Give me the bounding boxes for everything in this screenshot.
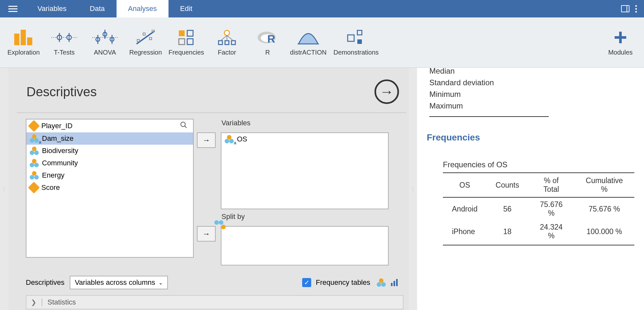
ribbon-factor[interactable]: Factor: [207, 20, 247, 65]
panel-title: Descriptives: [26, 85, 97, 99]
search-icon[interactable]: [180, 121, 190, 130]
nominal-icon: [30, 159, 39, 167]
stat-min: Minimum: [427, 88, 634, 100]
col-counts: Counts: [486, 173, 528, 197]
var-name: Player_ID: [41, 122, 73, 130]
ruler-icon: [28, 120, 40, 132]
select-value: Variables across columns: [75, 278, 155, 287]
table-row: iPhone 18 24.324 % 100.000 %: [443, 220, 634, 245]
results-pane: Median Standard deviation Minimum Maximu…: [417, 68, 644, 310]
table-row: Android 56 75.676 % 75.676 %: [443, 197, 634, 220]
frequencies-table-caption: Frequencies of OS: [443, 160, 634, 169]
list-item[interactable]: Player_ID: [26, 119, 193, 132]
ribbon-label: R: [265, 49, 270, 56]
svg-rect-27: [231, 41, 235, 45]
svg-rect-2: [27, 37, 32, 45]
arrow-right-icon: →: [380, 84, 394, 100]
nominal-icon: [377, 278, 386, 287]
svg-text:R: R: [267, 33, 275, 45]
svg-rect-20: [179, 30, 185, 36]
ribbon-label: Frequencies: [169, 49, 204, 56]
var-name: OS: [237, 135, 247, 143]
nominal-icon: [30, 147, 39, 155]
statistics-collapsible[interactable]: ❯ Statistics: [26, 295, 404, 309]
analyses-ribbon: Exploration T-Tests ANOVA Regression Fre…: [0, 17, 644, 68]
move-to-variables-button[interactable]: →: [197, 132, 216, 148]
var-name: Biodiversity: [42, 147, 78, 155]
var-name: Score: [41, 183, 60, 192]
ribbon-label: distrACTION: [290, 49, 326, 56]
menubar: Variables Data Analyses Edit: [0, 0, 644, 17]
chevron-right-icon: ❯: [31, 298, 36, 306]
list-item[interactable]: Community: [26, 157, 193, 169]
variables-target-list[interactable]: OS: [221, 132, 389, 209]
tab-analyses[interactable]: Analyses: [117, 0, 169, 17]
ribbon-regression[interactable]: Regression: [125, 20, 166, 65]
r-icon: R: [257, 29, 278, 46]
ribbon-label: Demonstrations: [333, 49, 379, 56]
svg-rect-0: [14, 34, 19, 45]
var-name: Community: [42, 159, 78, 167]
left-drag-handle[interactable]: ⋮: [0, 68, 8, 310]
nominal-icon: [30, 171, 39, 180]
svg-rect-35: [348, 35, 354, 41]
ribbon-distraction[interactable]: distrACTION: [288, 20, 329, 65]
svg-rect-25: [219, 41, 222, 45]
ribbon-ttests[interactable]: T-Tests: [44, 20, 85, 65]
ribbon-anova[interactable]: ANOVA: [85, 20, 125, 65]
ribbon-label: T-Tests: [54, 49, 75, 56]
hamburger-menu[interactable]: [0, 0, 26, 17]
list-item[interactable]: Biodiversity: [26, 145, 193, 157]
svg-rect-18: [149, 37, 152, 40]
modules-icon: [613, 29, 628, 46]
svg-rect-22: [179, 39, 185, 45]
panel-toggle-icon[interactable]: [621, 5, 629, 12]
splitter-handle[interactable]: ⋮: [409, 68, 417, 310]
ribbon-demonstrations[interactable]: Demonstrations: [329, 20, 383, 65]
splitby-target-list[interactable]: [221, 226, 389, 265]
ribbon-frequencies[interactable]: Frequencies: [166, 20, 207, 65]
ribbon-label: Factor: [218, 49, 236, 56]
move-to-splitby-button[interactable]: →: [197, 226, 216, 242]
descriptives-layout-label: Descriptives: [26, 278, 65, 287]
list-item[interactable]: OS: [221, 133, 388, 145]
menubar-right: [621, 5, 644, 13]
ordinal-bars-icon: [391, 279, 398, 286]
tab-data[interactable]: Data: [78, 0, 116, 17]
source-variable-list[interactable]: Player_ID Dam_size Biodiversity: [26, 119, 194, 258]
frequencies-icon: [178, 29, 194, 46]
svg-rect-37: [357, 39, 362, 44]
hamburger-icon: [8, 6, 17, 12]
ribbon-label: Exploration: [7, 49, 40, 56]
list-item[interactable]: Score: [26, 181, 193, 194]
list-item[interactable]: Energy: [26, 169, 193, 181]
tab-edit[interactable]: Edit: [169, 0, 204, 17]
svg-point-24: [224, 30, 230, 36]
distraction-icon: [297, 29, 320, 46]
ribbon-r[interactable]: R R: [247, 20, 288, 65]
descriptives-layout-select[interactable]: Variables across columns ⌄: [70, 276, 168, 289]
ribbon-label: Regression: [129, 49, 162, 56]
demonstrations-icon: [346, 29, 366, 46]
col-pct: % of Total: [528, 173, 574, 197]
ttests-icon: [51, 29, 77, 46]
anova-icon: [92, 29, 118, 46]
statistics-label: Statistics: [47, 298, 76, 306]
exploration-icon: [12, 29, 35, 46]
svg-line-30: [227, 36, 233, 41]
frequencies-table: OS Counts % of Total Cumulative % Androi…: [443, 172, 634, 251]
stat-median-cut: Median: [427, 68, 634, 77]
frequency-tables-checkbox[interactable]: ✓: [302, 278, 311, 287]
nominal-text-icon: [30, 134, 39, 143]
svg-rect-17: [143, 33, 145, 35]
kebab-menu-icon[interactable]: [635, 5, 637, 13]
collapse-arrow-button[interactable]: →: [374, 79, 399, 104]
ribbon-exploration[interactable]: Exploration: [3, 20, 44, 65]
svg-rect-21: [187, 30, 193, 36]
svg-line-41: [185, 126, 187, 128]
splitby-label: Split by: [221, 212, 389, 223]
list-item[interactable]: Dam_size: [26, 132, 193, 145]
tab-variables[interactable]: Variables: [26, 0, 78, 17]
ribbon-modules[interactable]: Modules: [600, 20, 641, 65]
workspace: ⋮ Descriptives → Player_ID: [0, 68, 644, 310]
